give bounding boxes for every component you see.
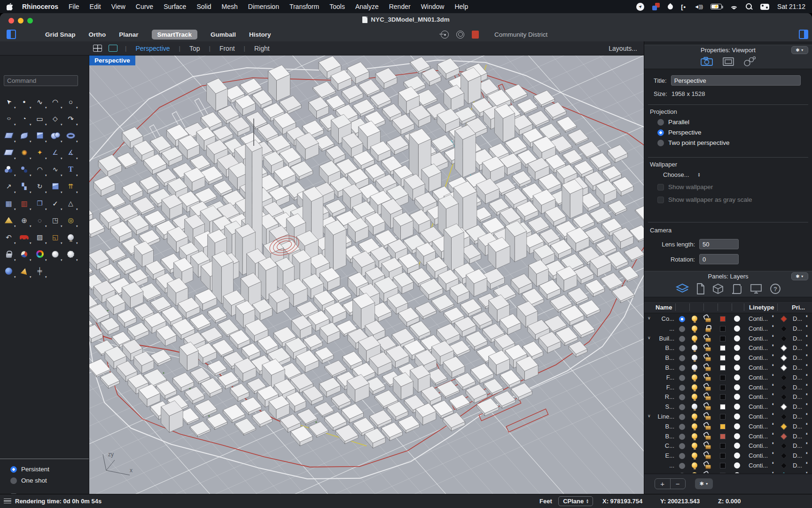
- copy-tool-icon[interactable]: ▚: [17, 179, 31, 194]
- current-layer-radio[interactable]: [679, 394, 685, 400]
- layer-name[interactable]: Co...: [648, 315, 674, 322]
- layer-linetype[interactable]: Conti...: [749, 433, 768, 440]
- chamfer-tool-icon[interactable]: ∠: [48, 145, 62, 160]
- layer-color-swatch[interactable]: [720, 453, 726, 459]
- layer-visibility-bulb-icon[interactable]: [692, 355, 697, 360]
- layer-color-swatch[interactable]: [720, 424, 726, 429]
- column-name[interactable]: Name: [656, 304, 672, 311]
- blue-sphere-tool-icon[interactable]: [2, 263, 16, 278]
- torus-tool-icon[interactable]: [64, 128, 78, 143]
- layer-visibility-bulb-icon[interactable]: [692, 345, 697, 350]
- layer-settings-button[interactable]: ✱▼: [695, 478, 713, 489]
- layer-visibility-bulb-icon[interactable]: [692, 462, 697, 468]
- adjust-blend-tool-icon[interactable]: ◠: [33, 162, 47, 177]
- layer-lock-icon[interactable]: [705, 367, 711, 371]
- zoom-tool-icon[interactable]: ⊕: [17, 213, 31, 228]
- zoom-window-tool-icon[interactable]: ◌: [33, 213, 47, 228]
- layer-visibility-bulb-icon[interactable]: [692, 335, 697, 341]
- layer-print-width[interactable]: D...: [793, 344, 802, 351]
- layer-name[interactable]: F...: [648, 384, 674, 391]
- layer-linetype[interactable]: Conti...: [749, 472, 768, 473]
- layers-icon[interactable]: [675, 283, 689, 295]
- target-icon[interactable]: [456, 31, 464, 39]
- control-point-curve-tool-icon[interactable]: ∿: [33, 94, 47, 109]
- layer-print-width[interactable]: D...: [793, 384, 802, 391]
- layer-material-icon[interactable]: [734, 413, 740, 420]
- layer-lock-icon[interactable]: [705, 357, 711, 361]
- layer-print-width[interactable]: D...: [793, 472, 802, 473]
- layer-print-width[interactable]: D...: [793, 393, 802, 400]
- undo-view-tool-icon[interactable]: ↶: [2, 230, 16, 245]
- layer-print-width[interactable]: D...: [793, 325, 802, 332]
- print-color-diamond[interactable]: [781, 423, 787, 430]
- layer-material-icon[interactable]: [734, 443, 740, 449]
- record-history-icon[interactable]: [441, 31, 449, 39]
- column-print[interactable]: Pri...: [792, 304, 805, 311]
- menu-bar-clock[interactable]: Sat 21:12: [777, 3, 805, 10]
- layer-lock-icon[interactable]: [705, 436, 711, 440]
- print-color-diamond[interactable]: [781, 394, 787, 400]
- viewport-title-input[interactable]: [671, 75, 801, 86]
- layer-lock-icon[interactable]: [705, 445, 711, 449]
- fillet-tool-icon[interactable]: ✦: [33, 145, 47, 160]
- layer-linetype[interactable]: Conti...: [749, 442, 768, 449]
- layer-linetype[interactable]: Conti...: [749, 325, 768, 332]
- surface-from-points-tool-icon[interactable]: [2, 128, 16, 143]
- array-tool-icon[interactable]: ▦: [2, 196, 16, 211]
- left-panel-toggle-icon[interactable]: [7, 30, 16, 39]
- current-layer-radio[interactable]: [679, 453, 685, 459]
- layer-print-width[interactable]: D...: [793, 354, 802, 361]
- select-tool-icon[interactable]: ➤: [2, 94, 16, 109]
- layer-name[interactable]: B...: [648, 423, 674, 430]
- status-menu-icon[interactable]: [4, 499, 11, 504]
- layer-lock-icon[interactable]: [705, 377, 711, 381]
- stop-record-icon[interactable]: [472, 31, 479, 39]
- print-color-diamond[interactable]: [781, 384, 787, 391]
- layer-color-swatch[interactable]: [720, 443, 726, 449]
- layer-visibility-bulb-icon[interactable]: [692, 433, 697, 439]
- layer-color-swatch[interactable]: [720, 336, 726, 341]
- camera-input-0[interactable]: [699, 239, 739, 249]
- control-center-icon[interactable]: [760, 4, 769, 10]
- layouts-tab[interactable]: Layouts...: [609, 45, 637, 52]
- helix-tool-icon[interactable]: ↷: [64, 111, 78, 126]
- current-layer-radio[interactable]: [679, 463, 685, 469]
- layer-name[interactable]: Line...: [648, 413, 674, 420]
- command-input[interactable]: [4, 75, 78, 86]
- current-layer-radio[interactable]: [679, 375, 685, 381]
- menu-transform[interactable]: Transform: [289, 3, 319, 10]
- layer-color-swatch[interactable]: [720, 345, 726, 351]
- layer-linetype[interactable]: Conti...: [749, 452, 768, 459]
- checkbox-show-wallpaper[interactable]: [657, 184, 664, 190]
- current-layer-radio[interactable]: [679, 365, 685, 371]
- current-layer-radio[interactable]: [679, 355, 685, 361]
- layer-color-swatch[interactable]: [720, 473, 726, 473]
- print-color-diamond[interactable]: [781, 472, 787, 473]
- wallpaper-choose-dropdown[interactable]: Choose... ▴▾: [663, 171, 700, 178]
- menu-surface[interactable]: Surface: [164, 3, 186, 10]
- layer-name[interactable]: B...: [648, 433, 674, 440]
- cplane-selector[interactable]: CPlane ▴▾: [558, 496, 593, 506]
- radio-one-shot[interactable]: [10, 477, 17, 484]
- print-color-diamond[interactable]: [781, 335, 787, 342]
- current-layer-radio[interactable]: [679, 414, 685, 420]
- checkbox-show-wallpaper-as-gray-scale[interactable]: [657, 197, 664, 203]
- layer-print-width[interactable]: D...: [793, 315, 802, 322]
- dimension-tool-icon[interactable]: ∡: [64, 145, 78, 160]
- current-layer-radio[interactable]: [679, 316, 685, 322]
- spotlight-icon[interactable]: [746, 3, 752, 10]
- layers-gear-button[interactable]: ✱▼: [791, 272, 808, 280]
- layer-linetype[interactable]: Conti...: [749, 384, 768, 391]
- layer-visibility-bulb-icon[interactable]: [692, 365, 697, 370]
- layer-name[interactable]: B...: [648, 344, 674, 351]
- current-layer-radio[interactable]: [679, 443, 685, 449]
- menu-curve[interactable]: Curve: [136, 3, 153, 10]
- four-viewports-icon[interactable]: [93, 45, 102, 52]
- layer-linetype[interactable]: Conti...: [749, 423, 768, 430]
- layer-print-width[interactable]: D...: [793, 452, 802, 459]
- zoom-selected-tool-icon[interactable]: ◎: [64, 213, 78, 228]
- layer-name[interactable]: ...: [648, 462, 674, 469]
- layer-visibility-bulb-icon[interactable]: [692, 452, 697, 458]
- layer-linetype[interactable]: Conti...: [749, 354, 768, 361]
- layer-material-icon[interactable]: [734, 355, 740, 361]
